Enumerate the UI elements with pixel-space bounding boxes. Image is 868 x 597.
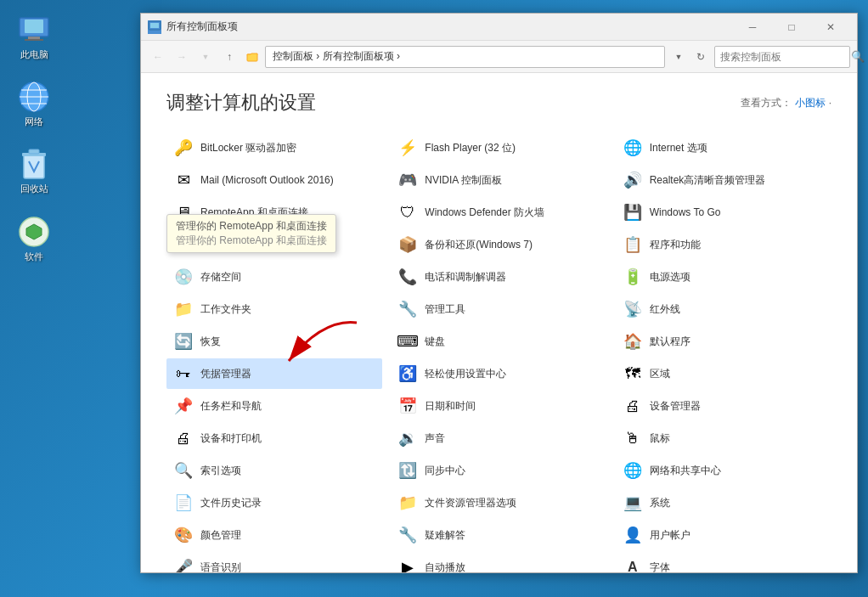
item-sound[interactable]: 🔉 声音 [391, 423, 606, 453]
item-defender[interactable]: 🛡 Windows Defender 防火墙 [391, 197, 606, 228]
address-path[interactable]: 控制面板 › 所有控制面板项 › [265, 46, 665, 68]
infrared-label: 红外线 [650, 302, 680, 317]
refresh-button[interactable]: ↻ [690, 47, 711, 67]
item-storage[interactable]: 💿 存储空间 [166, 262, 382, 292]
item-nvidia[interactable]: 🎮 NVIDIA 控制面板 [391, 165, 606, 195]
desktop-icon-network[interactable]: 网络 [4, 76, 64, 132]
item-taskbar[interactable]: 📌 任务栏和导航 [166, 391, 382, 421]
thispc-label: 此电脑 [20, 49, 48, 60]
item-internet[interactable]: 🌐 Internet 选项 [616, 132, 831, 163]
title-bar: 所有控制面板项 ─ □ ✕ [141, 14, 857, 41]
item-speech[interactable]: 🎤 语音识别 [166, 552, 382, 572]
credential-icon: 🗝 [173, 363, 194, 384]
close-button[interactable]: ✕ [811, 14, 850, 41]
autoplay-icon: ▶ [397, 557, 418, 572]
internet-label: Internet 选项 [650, 141, 707, 155]
sync-label: 同步中心 [425, 464, 465, 478]
file-history-label: 文件历史记录 [200, 496, 262, 510]
item-bitlocker[interactable]: 🔑 BitLocker 驱动器加密 [166, 132, 382, 163]
item-system[interactable]: 💻 系统 [616, 487, 831, 518]
credential-label: 凭据管理器 [200, 367, 251, 381]
dropdown-button[interactable]: ▼ [668, 47, 689, 67]
mouse-label: 鼠标 [650, 431, 670, 446]
control-panel-window: 所有控制面板项 ─ □ ✕ ← → ▼ ↑ 控制面板 › 所有控制面板项 › [140, 13, 858, 573]
up-button[interactable]: ↑ [219, 47, 240, 67]
default-app-icon: 🏠 [623, 331, 643, 352]
workfolder-icon: 📁 [173, 299, 194, 319]
item-keyboard[interactable]: ⌨ 键盘 [391, 326, 606, 357]
item-devices[interactable]: 🖨 设备和打印机 [166, 423, 382, 453]
item-region[interactable]: 🗺 区域 [616, 358, 831, 389]
item-user[interactable]: 👤 用户帐户 [616, 520, 831, 550]
item-file-history[interactable]: 📄 文件历史记录 [166, 487, 382, 518]
item-realtek[interactable]: 🔊 Realtek高清晰音频管理器 [616, 165, 831, 195]
index-icon: 🔍 [173, 460, 194, 481]
item-remoteapp[interactable]: 🖥 RemoteApp 和桌面连接 管理你的 RemoteApp 和桌面连接 管… [166, 197, 382, 228]
search-input[interactable] [720, 51, 848, 63]
desktop-icon-recycle[interactable]: 回收站 [4, 143, 64, 199]
device-mgr-label: 设备管理器 [650, 399, 701, 414]
window-title: 所有控制面板项 [166, 20, 733, 34]
item-recovery[interactable]: 🔄 恢复 [166, 326, 382, 357]
search-box[interactable]: 🔍 [714, 46, 850, 68]
realtek-icon: 🔊 [623, 170, 643, 190]
item-workfolder[interactable]: 📁 工作文件夹 [166, 294, 382, 324]
item-datetime[interactable]: 📅 日期和时间 [391, 391, 606, 421]
device-mgr-icon: 🖨 [623, 396, 643, 416]
item-windows-to-go[interactable]: 💾 Windows To Go [616, 197, 831, 228]
workfolder-label: 工作文件夹 [200, 302, 251, 317]
item-file-explorer[interactable]: 📁 文件资源管理器选项 [391, 487, 606, 518]
windows-to-go-icon: 💾 [623, 202, 643, 222]
item-credential[interactable]: 🗝 凭据管理器 [166, 358, 382, 389]
bitlocker-label: BitLocker 驱动器加密 [200, 141, 296, 155]
maximize-button[interactable]: □ [772, 14, 811, 41]
network-label: 网络 [25, 116, 43, 127]
item-mouse[interactable]: 🖱 鼠标 [616, 423, 831, 453]
forward-button[interactable]: → [172, 47, 192, 67]
item-font[interactable]: A 字体 [616, 552, 831, 572]
desktop-icon-software[interactable]: 软件 [4, 211, 64, 267]
item-autoplay[interactable]: ▶ 自动播放 [391, 552, 606, 572]
svg-rect-15 [247, 54, 257, 61]
svg-rect-9 [24, 155, 44, 178]
color-icon: 🎨 [173, 525, 194, 545]
autoplay-label: 自动播放 [425, 560, 465, 573]
minimize-button[interactable]: ─ [733, 14, 772, 41]
item-backup[interactable]: 📦 备份和还原(Windows 7) [391, 229, 606, 260]
content-area[interactable]: 调整计算机的设置 查看方式： 小图标 · 🔑 BitLocker 驱动器加密 ⚡… [141, 73, 857, 572]
item-mail[interactable]: ✉ Mail (Microsoft Outlook 2016) [166, 165, 382, 195]
recovery-label: 恢复 [200, 335, 221, 349]
view-mode-link[interactable]: 小图标 [795, 96, 826, 110]
desktop-icon-thispc[interactable]: 此电脑 [4, 8, 64, 65]
page-header: 调整计算机的设置 查看方式： 小图标 · [166, 90, 831, 115]
item-sync[interactable]: 🔃 同步中心 [391, 455, 606, 486]
svg-rect-14 [150, 23, 159, 28]
item-flash[interactable]: ⚡ Flash Player (32 位) [391, 132, 606, 163]
item-phone[interactable]: 📞 电话和调制解调器 [391, 262, 606, 292]
svg-rect-1 [25, 20, 43, 33]
item-easy-access[interactable]: ♿ 轻松使用设置中心 [391, 358, 606, 389]
defender-icon: 🛡 [397, 202, 418, 222]
recent-button[interactable]: ▼ [195, 47, 216, 67]
item-network-center[interactable]: 🌐 网络和共享中心 [616, 455, 831, 486]
item-manage[interactable]: 🔧 管理工具 [391, 294, 606, 324]
windows-to-go-label: Windows To Go [650, 206, 721, 218]
item-default-app[interactable]: 🏠 默认程序 [616, 326, 831, 357]
item-power[interactable]: 🔋 电源选项 [616, 262, 831, 292]
item-infrared[interactable]: 📡 红外线 [616, 294, 831, 324]
troubleshoot-icon: 🔧 [397, 525, 418, 545]
flash-icon: ⚡ [397, 138, 418, 158]
devices-label: 设备和打印机 [200, 431, 262, 446]
item-troubleshoot[interactable]: 🔧 疑难解答 [391, 520, 606, 550]
realtek-label: Realtek高清晰音频管理器 [650, 173, 766, 188]
item-programs[interactable]: 📋 程序和功能 [616, 229, 831, 260]
tooltip-line2: 管理你的 RemoteApp 和桌面连接 [176, 234, 327, 248]
items-grid: 🔑 BitLocker 驱动器加密 ⚡ Flash Player (32 位) … [166, 132, 831, 572]
item-device-mgr[interactable]: 🖨 设备管理器 [616, 391, 831, 421]
power-label: 电源选项 [650, 270, 690, 284]
back-button[interactable]: ← [148, 47, 168, 67]
system-label: 系统 [650, 496, 670, 510]
item-color[interactable]: 🎨 颜色管理 [166, 520, 382, 550]
storage-icon: 💿 [173, 267, 194, 287]
item-index[interactable]: 🔍 索引选项 [166, 455, 382, 486]
